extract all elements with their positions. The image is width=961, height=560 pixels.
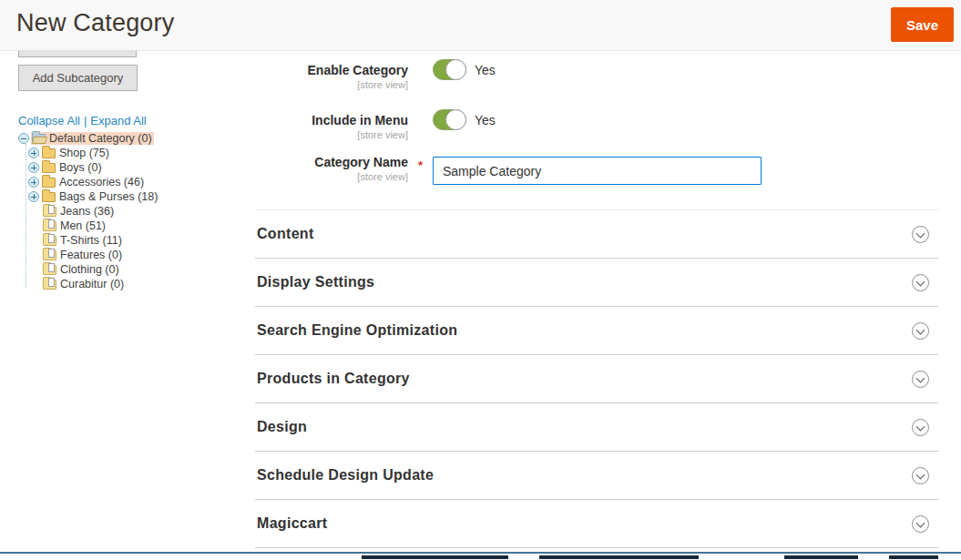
include-in-menu-toggle[interactable] <box>433 109 466 130</box>
tree-item-features[interactable]: Features (0) <box>18 248 246 262</box>
enable-category-label: Enable Category <box>255 63 408 77</box>
chevron-down-icon[interactable] <box>912 515 929 533</box>
chevron-down-icon[interactable] <box>912 226 929 243</box>
store-view-scope: [store view] <box>255 129 408 140</box>
section-content[interactable]: Content <box>255 210 938 259</box>
category-tree-sidebar: Add Subcategory Collapse All|Expand All … <box>18 51 246 291</box>
link-separator: | <box>84 114 87 127</box>
collapse-minus-icon[interactable] <box>18 133 29 144</box>
leaf-folder-icon <box>43 207 56 217</box>
open-folder-icon <box>32 134 46 144</box>
tree-item-accessories[interactable]: Accessories (46) <box>18 175 246 189</box>
form-sections: Content Display Settings Search Engine O… <box>255 209 938 548</box>
tree-item-t-shirts[interactable]: T-Shirts (11) <box>18 233 246 248</box>
chevron-down-icon[interactable] <box>912 467 929 484</box>
section-search-engine-optimization[interactable]: Search Engine Optimization <box>255 307 938 355</box>
cut-off-bottom-bar <box>0 552 961 560</box>
leaf-folder-icon <box>43 280 56 290</box>
chevron-down-icon[interactable] <box>912 371 929 388</box>
folder-icon <box>42 163 56 173</box>
tree-item-shop[interactable]: Shop (75) <box>18 146 246 160</box>
leaf-folder-icon <box>43 265 56 275</box>
expand-plus-icon[interactable] <box>28 177 39 188</box>
chevron-down-icon[interactable] <box>912 322 929 340</box>
selected-tree-node[interactable]: Default Category (0) <box>31 132 154 145</box>
category-name-label: Category Name <box>255 155 408 169</box>
category-form: Enable Category [store view] Yes Include… <box>255 52 938 560</box>
expand-plus-icon[interactable] <box>28 162 39 173</box>
enable-category-toggle[interactable] <box>433 59 466 80</box>
field-label-block: Category Name [store view] <box>255 155 408 182</box>
store-view-scope: [store view] <box>255 171 408 182</box>
folder-icon <box>42 148 56 158</box>
leaf-folder-icon <box>43 221 56 231</box>
cut-off-button[interactable] <box>18 51 137 57</box>
tree-item-bags-purses[interactable]: Bags & Purses (18) <box>18 189 246 204</box>
field-label-block: Enable Category [store view] <box>255 63 408 90</box>
expand-plus-icon[interactable] <box>28 148 39 158</box>
chevron-down-icon[interactable] <box>912 419 929 436</box>
section-magiccart[interactable]: Magiccart <box>255 500 938 548</box>
section-display-settings[interactable]: Display Settings <box>255 259 938 307</box>
page-title: New Category <box>16 9 174 37</box>
leaf-folder-icon <box>43 236 56 246</box>
folder-icon <box>42 178 56 188</box>
expand-all-link[interactable]: Expand All <box>90 114 146 127</box>
required-asterisk: * <box>418 158 423 172</box>
toggle-value-label: Yes <box>475 113 496 127</box>
field-label-block: Include in Menu [store view] <box>255 113 408 140</box>
toggle-knob <box>445 109 466 130</box>
cut-off-footer-text <box>889 555 938 559</box>
enable-category-row: Enable Category [store view] Yes <box>255 63 938 90</box>
toggle-value-label: Yes <box>475 63 496 77</box>
tree-item-men[interactable]: Men (51) <box>18 219 246 233</box>
tree-item-curabitur[interactable]: Curabitur (0) <box>18 277 246 291</box>
cut-off-footer-text <box>539 555 699 559</box>
cut-off-footer-text <box>784 555 858 559</box>
category-name-input[interactable] <box>433 157 762 185</box>
tree-item-boys[interactable]: Boys (0) <box>18 160 246 175</box>
collapse-all-link[interactable]: Collapse All <box>18 114 80 127</box>
include-in-menu-label: Include in Menu <box>255 113 408 127</box>
category-name-row: Category Name [store view] * <box>255 155 938 185</box>
expand-plus-icon[interactable] <box>28 191 39 202</box>
category-tree: Default Category (0) Shop (75) Boys (0) … <box>18 131 246 291</box>
cut-off-footer-text <box>362 555 508 559</box>
new-category-page: New Category Save Add Subcategory Collap… <box>0 0 961 560</box>
page-header: New Category Save <box>0 0 961 51</box>
include-in-menu-row: Include in Menu [store view] Yes <box>255 113 938 140</box>
tree-item-jeans[interactable]: Jeans (36) <box>18 204 246 219</box>
section-schedule-design-update[interactable]: Schedule Design Update <box>255 452 938 500</box>
folder-icon <box>42 192 56 202</box>
chevron-down-icon[interactable] <box>912 274 929 291</box>
tree-controls: Collapse All|Expand All <box>18 114 246 127</box>
save-button[interactable]: Save <box>891 7 954 42</box>
section-products-in-category[interactable]: Products in Category <box>255 355 938 403</box>
add-subcategory-button[interactable]: Add Subcategory <box>18 65 138 91</box>
section-design[interactable]: Design <box>255 403 938 452</box>
tree-item-default-category[interactable]: Default Category (0) <box>18 131 246 146</box>
toggle-knob <box>445 59 466 80</box>
leaf-folder-icon <box>43 250 56 260</box>
tree-item-clothing[interactable]: Clothing (0) <box>18 262 246 277</box>
store-view-scope: [store view] <box>255 79 408 90</box>
